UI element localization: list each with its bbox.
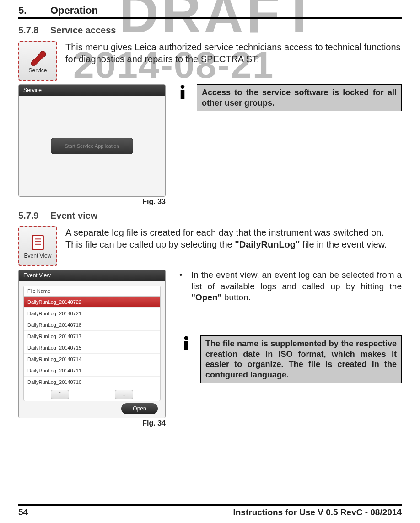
open-button[interactable]: Open [121, 403, 158, 414]
fig34-title: Event View [19, 270, 165, 281]
file-row[interactable]: DailyRunLog_20140711 [24, 365, 160, 377]
info-icon [175, 84, 197, 102]
file-row[interactable]: DailyRunLog_20140710 [24, 377, 160, 388]
chapter-number: 5. [18, 5, 50, 16]
bullet-579: • In the event view, an event log can be… [178, 270, 402, 303]
file-row[interactable]: DailyRunLog_20140722 [24, 297, 160, 308]
document-icon [27, 233, 48, 252]
section-578-number: 5.7.8 [18, 25, 50, 36]
svg-rect-1 [181, 90, 185, 99]
section-579-number: 5.7.9 [18, 210, 50, 221]
fig34-screenshot: Event View File Name DailyRunLog_2014072… [18, 270, 166, 418]
file-row[interactable]: DailyRunLog_20140715 [24, 342, 160, 354]
file-row[interactable]: DailyRunLog_20140717 [24, 331, 160, 342]
section-578-title: Service access [50, 25, 116, 36]
service-tile-label: Service [28, 67, 47, 74]
svg-rect-2 [32, 236, 43, 250]
section-579-intro: A separate log file is created for each … [65, 226, 402, 250]
section-578-heading: 5.7.8 Service access [18, 25, 402, 36]
scroll-end-button[interactable]: ⤓ [115, 390, 133, 399]
file-list-header: File Name [24, 286, 160, 297]
eventview-tile-icon: Event View [18, 226, 57, 266]
wrench-icon [27, 48, 48, 66]
file-row[interactable]: DailyRunLog_20140714 [24, 354, 160, 365]
file-row[interactable]: DailyRunLog_20140718 [24, 319, 160, 331]
chapter-title: Operation [50, 5, 98, 16]
section-578-intro: This menu gives Leica authorized service… [65, 41, 402, 65]
scroll-down-button[interactable]: ˅ [51, 390, 69, 399]
file-row[interactable]: DailyRunLog_20140721 [24, 308, 160, 319]
start-service-button[interactable]: Start Service Application [51, 138, 133, 154]
section-579-heading: 5.7.9 Event view [18, 210, 402, 221]
svg-point-6 [184, 336, 188, 340]
section-579-title: Event view [50, 210, 97, 221]
fig33-screenshot: Service Start Service Application [18, 84, 166, 197]
chapter-header: 5. Operation [18, 5, 402, 19]
service-tile-icon: Service [18, 41, 57, 81]
page-number: 54 [18, 507, 28, 518]
page-footer: 54 Instructions for Use V 0.5 RevC - 08/… [18, 504, 402, 518]
fig33-caption: Fig. 33 [18, 198, 166, 206]
info-icon [178, 335, 200, 353]
eventview-tile-label: Event View [24, 253, 52, 259]
fig33-title: Service [19, 85, 165, 96]
svg-rect-7 [184, 341, 188, 350]
doc-version: Instructions for Use V 0.5 RevC - 08/201… [233, 507, 402, 518]
note-579: The file name is supplemented by the res… [200, 335, 402, 383]
note-578: Access to the service software is locked… [197, 84, 402, 111]
svg-point-0 [181, 85, 185, 89]
fig34-caption: Fig. 34 [18, 419, 166, 427]
